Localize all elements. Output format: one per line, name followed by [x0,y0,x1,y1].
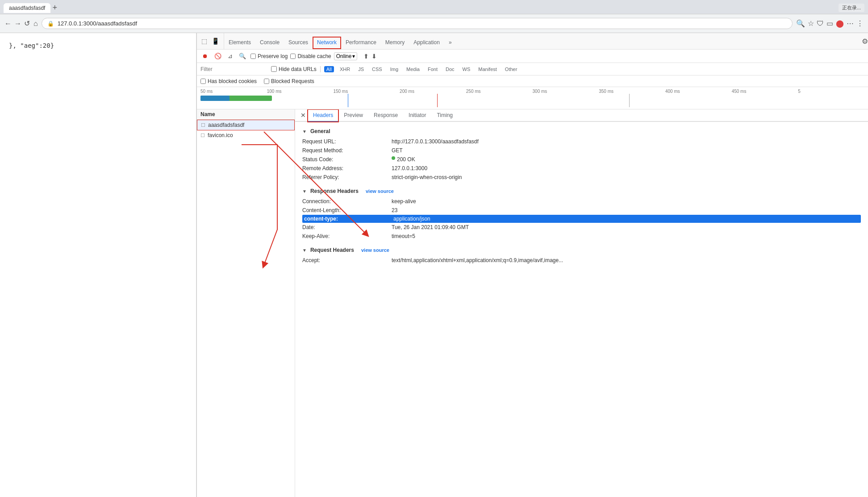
account-icon[interactable]: ⋯ [847,19,854,28]
page-content-area: }, "aeg":20} [0,33,196,497]
filter-type-xhr[interactable]: XHR [338,66,352,72]
filter-icon[interactable]: ⊿ [226,52,234,60]
chrome-icon[interactable]: ⬤ [836,19,844,28]
referrer-policy-row: Referrer Policy: strict-origin-when-cros… [302,173,861,182]
file-item-favicon[interactable]: ☐ favicon.ico [197,130,295,140]
reload-button[interactable]: ↺ [24,19,30,28]
detail-tab-timing[interactable]: Timing [431,109,458,122]
filter-type-js[interactable]: JS [356,66,366,72]
detail-tab-initiator[interactable]: Initiator [403,109,431,122]
file-to-detail-arrow [219,140,295,274]
cast-icon[interactable]: ▭ [826,19,833,28]
referrer-policy-key: Referrer Policy: [302,174,392,180]
content-type-row[interactable]: content-type: application/json [302,215,861,223]
response-headers-view-source[interactable]: view source [366,188,394,194]
response-headers-triangle-icon: ▼ [302,189,307,194]
back-button[interactable]: ← [4,19,12,28]
response-headers-title: Response Headers [310,188,359,194]
filter-type-css[interactable]: CSS [370,66,384,72]
request-url-row: Request URL: http://127.0.0.1:3000/aaasd… [302,137,861,146]
filter-type-doc[interactable]: Doc [443,66,457,72]
filter-type-font[interactable]: Font [426,66,440,72]
content-length-key: Content-Length: [302,207,392,213]
clear-button[interactable]: 🚫 [213,52,223,60]
content-type-value: application/json [393,216,430,222]
accept-value: text/html,application/xhtml+xml,applicat… [392,257,563,263]
timeline-label-400ms: 400 ms [665,89,732,94]
status-code-value: 200 OK [397,156,415,163]
disable-cache-label[interactable]: Disable cache [290,53,331,59]
blocked-requests-label[interactable]: Blocked Requests [264,78,314,84]
hide-data-urls-checkbox[interactable] [271,66,277,72]
status-dot-icon [392,156,395,160]
record-button[interactable]: ⏺ [200,52,210,60]
remote-address-row: Remote Address: 127.0.0.1:3000 [302,164,861,173]
detail-tab-headers[interactable]: Headers [308,109,338,122]
search-network-icon[interactable]: 🔍 [237,52,248,60]
address-bar[interactable]: 🔒 127.0.0.1:3000/aaasdfadsfasdf [42,18,793,29]
search-icon[interactable]: 🔍 [796,19,805,28]
tab-console[interactable]: Console [255,37,284,49]
tab-more[interactable]: » [444,37,456,49]
filter-type-manifest[interactable]: Manifest [476,66,499,72]
download-icon: ⬇ [371,53,377,60]
filter-type-media[interactable]: Media [404,66,422,72]
tab-performance[interactable]: Performance [341,37,381,49]
extension-icon[interactable]: 🛡 [817,20,824,28]
tab-memory[interactable]: Memory [381,37,409,49]
response-headers-section-header[interactable]: ▼ Response Headers view source [302,185,861,197]
inspect-element-icon[interactable]: ⬚ [200,36,209,46]
detail-panel: ✕ Headers Preview Response Initiator Tim… [295,109,868,497]
upload-icon: ⬆ [363,53,369,60]
has-blocked-cookies-label[interactable]: Has blocked cookies [200,78,257,84]
request-method-row: Request Method: GET [302,146,861,155]
content-type-key: content-type: [304,216,393,222]
timeline-marker-red [437,94,438,107]
has-blocked-cookies-checkbox[interactable] [200,79,206,84]
blocked-requests-checkbox[interactable] [264,79,269,84]
connection-key: Connection: [302,198,392,205]
tab-application[interactable]: Application [409,37,444,49]
detail-tab-preview[interactable]: Preview [338,109,368,122]
timeline-label-200ms: 200 ms [400,89,466,94]
tab-elements[interactable]: Elements [224,37,255,49]
devtools-settings-icon[interactable]: ⚙ [862,37,868,46]
tab-sources[interactable]: Sources [284,37,313,49]
referrer-policy-value: strict-origin-when-cross-origin [392,174,462,180]
filter-type-ws[interactable]: WS [460,66,473,72]
request-headers-section-header[interactable]: ▼ Request Headers view source [302,244,861,256]
timeline-label-150ms: 150 ms [333,89,400,94]
preserve-log-checkbox[interactable] [250,54,256,59]
date-value: Tue, 26 Jan 2021 01:09:40 GMT [392,224,469,230]
detail-close-button[interactable]: ✕ [299,110,308,121]
file-item-aaasdfadsfasdf[interactable]: ☐ aaasdfadsfasdf [197,120,295,130]
tab-network[interactable]: Network [313,37,341,49]
filter-input[interactable] [200,66,267,72]
timeline-label-100ms: 100 ms [267,89,334,94]
timeline-bar-blue [200,96,230,101]
bookmark-icon[interactable]: ☆ [808,19,814,28]
filter-type-all[interactable]: All [324,66,334,72]
browser-tab[interactable]: aaasdfadsfasdf [4,3,50,13]
general-triangle-icon: ▼ [302,129,307,134]
filter-type-other[interactable]: Other [503,66,520,72]
timeline-label-350ms: 350 ms [599,89,665,94]
accept-key: Accept: [302,257,392,263]
home-button[interactable]: ⌂ [33,20,38,28]
timeline-label-50ms: 50 ms [200,89,267,94]
request-headers-view-source[interactable]: view source [361,247,389,253]
more-icon[interactable]: ⋮ [856,19,864,28]
keep-alive-key: Keep-Alive: [302,233,392,239]
accept-row: Accept: text/html,application/xhtml+xml,… [302,256,861,265]
forward-button[interactable]: → [14,19,21,28]
filter-type-img[interactable]: Img [388,66,401,72]
preserve-log-label[interactable]: Preserve log [250,53,288,59]
disable-cache-checkbox[interactable] [290,54,296,59]
connection-row: Connection: keep-alive [302,197,861,206]
detail-tab-response[interactable]: Response [368,109,403,122]
new-tab-button[interactable]: + [52,3,57,13]
general-section-header[interactable]: ▼ General [302,125,861,137]
hide-data-urls-label[interactable]: Hide data URLs [271,66,317,72]
throttle-selector[interactable]: Online ▾ [334,52,358,60]
device-toolbar-icon[interactable]: 📱 [210,36,221,46]
